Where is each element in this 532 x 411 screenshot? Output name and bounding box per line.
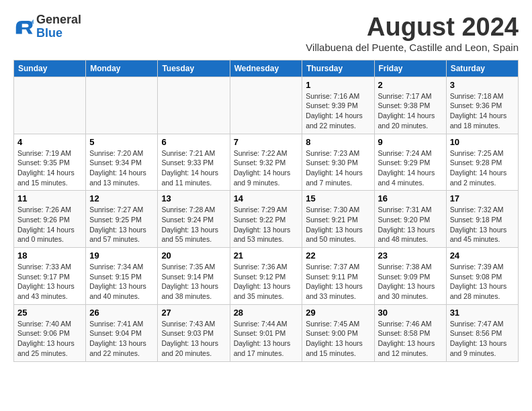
calendar-cell: 26Sunrise: 7:41 AMSunset: 9:04 PMDayligh…	[86, 304, 158, 361]
calendar-cell: 10Sunrise: 7:25 AMSunset: 9:28 PMDayligh…	[446, 134, 518, 191]
day-info: Sunrise: 7:45 AMSunset: 9:00 PMDaylight:…	[306, 319, 370, 359]
calendar-cell: 2Sunrise: 7:17 AMSunset: 9:38 PMDaylight…	[374, 77, 446, 134]
calendar-cell: 15Sunrise: 7:30 AMSunset: 9:21 PMDayligh…	[302, 191, 374, 248]
calendar-cell: 31Sunrise: 7:47 AMSunset: 8:56 PMDayligh…	[446, 304, 518, 361]
day-info: Sunrise: 7:22 AMSunset: 9:32 PMDaylight:…	[234, 148, 299, 188]
calendar-cell: 29Sunrise: 7:45 AMSunset: 9:00 PMDayligh…	[302, 304, 374, 361]
day-info: Sunrise: 7:20 AMSunset: 9:34 PMDaylight:…	[89, 148, 154, 188]
day-number: 7	[234, 137, 299, 147]
day-number: 6	[161, 137, 226, 147]
calendar-week-row: 11Sunrise: 7:26 AMSunset: 9:26 PMDayligh…	[14, 191, 519, 248]
day-info: Sunrise: 7:16 AMSunset: 9:39 PMDaylight:…	[306, 91, 370, 131]
day-number: 10	[450, 137, 515, 147]
day-info: Sunrise: 7:31 AMSunset: 9:20 PMDaylight:…	[378, 205, 443, 244]
calendar-cell: 12Sunrise: 7:27 AMSunset: 9:25 PMDayligh…	[86, 191, 158, 248]
calendar-cell: 14Sunrise: 7:29 AMSunset: 9:22 PMDayligh…	[230, 191, 302, 248]
day-number: 8	[306, 137, 370, 147]
title-block: August 2024 Villabuena del Puente, Casti…	[306, 13, 519, 53]
calendar-cell: 19Sunrise: 7:34 AMSunset: 9:15 PMDayligh…	[86, 248, 158, 305]
day-number: 15	[306, 193, 370, 203]
day-info: Sunrise: 7:40 AMSunset: 9:06 PMDaylight:…	[17, 319, 82, 359]
calendar-cell: 6Sunrise: 7:21 AMSunset: 9:33 PMDaylight…	[158, 134, 230, 191]
day-info: Sunrise: 7:17 AMSunset: 9:38 PMDaylight:…	[378, 91, 443, 131]
day-number: 12	[89, 193, 154, 203]
calendar-week-row: 4Sunrise: 7:19 AMSunset: 9:35 PMDaylight…	[14, 134, 519, 191]
calendar-cell: 18Sunrise: 7:33 AMSunset: 9:17 PMDayligh…	[14, 248, 86, 305]
calendar-cell	[230, 77, 302, 134]
day-info: Sunrise: 7:38 AMSunset: 9:09 PMDaylight:…	[378, 262, 443, 302]
calendar-week-row: 25Sunrise: 7:40 AMSunset: 9:06 PMDayligh…	[14, 304, 519, 361]
day-info: Sunrise: 7:33 AMSunset: 9:17 PMDaylight:…	[17, 262, 82, 302]
calendar-cell: 3Sunrise: 7:18 AMSunset: 9:36 PMDaylight…	[446, 77, 518, 134]
calendar-cell: 11Sunrise: 7:26 AMSunset: 9:26 PMDayligh…	[14, 191, 86, 248]
day-number: 30	[378, 308, 443, 318]
day-info: Sunrise: 7:43 AMSunset: 9:03 PMDaylight:…	[161, 319, 226, 359]
calendar-cell: 23Sunrise: 7:38 AMSunset: 9:09 PMDayligh…	[374, 248, 446, 305]
calendar-cell: 30Sunrise: 7:46 AMSunset: 8:58 PMDayligh…	[374, 304, 446, 361]
day-number: 14	[234, 193, 299, 203]
calendar-cell: 7Sunrise: 7:22 AMSunset: 9:32 PMDaylight…	[230, 134, 302, 191]
day-info: Sunrise: 7:18 AMSunset: 9:36 PMDaylight:…	[450, 91, 515, 131]
month-title: August 2024	[306, 13, 519, 42]
day-number: 29	[306, 308, 370, 318]
day-number: 26	[89, 308, 154, 318]
weekday-header: Friday	[374, 60, 446, 77]
day-number: 24	[450, 250, 515, 261]
day-number: 28	[234, 308, 299, 318]
logo-general-text: General	[36, 13, 81, 27]
day-info: Sunrise: 7:44 AMSunset: 9:01 PMDaylight:…	[234, 319, 299, 359]
day-info: Sunrise: 7:34 AMSunset: 9:15 PMDaylight:…	[89, 262, 154, 302]
day-info: Sunrise: 7:27 AMSunset: 9:25 PMDaylight:…	[89, 205, 154, 244]
calendar-cell: 25Sunrise: 7:40 AMSunset: 9:06 PMDayligh…	[14, 304, 86, 361]
calendar-cell: 20Sunrise: 7:35 AMSunset: 9:14 PMDayligh…	[158, 248, 230, 305]
day-number: 18	[17, 250, 82, 261]
weekday-header-row: SundayMondayTuesdayWednesdayThursdayFrid…	[14, 60, 519, 77]
calendar-cell: 4Sunrise: 7:19 AMSunset: 9:35 PMDaylight…	[14, 134, 86, 191]
calendar-cell: 22Sunrise: 7:37 AMSunset: 9:11 PMDayligh…	[302, 248, 374, 305]
day-info: Sunrise: 7:30 AMSunset: 9:21 PMDaylight:…	[306, 205, 370, 244]
day-info: Sunrise: 7:37 AMSunset: 9:11 PMDaylight:…	[306, 262, 370, 302]
day-number: 19	[89, 250, 154, 261]
day-number: 1	[306, 80, 370, 90]
day-number: 23	[378, 250, 443, 261]
calendar-cell	[158, 77, 230, 134]
day-info: Sunrise: 7:24 AMSunset: 9:29 PMDaylight:…	[378, 148, 443, 188]
calendar-table: SundayMondayTuesdayWednesdayThursdayFrid…	[13, 60, 519, 362]
calendar-cell: 5Sunrise: 7:20 AMSunset: 9:34 PMDaylight…	[86, 134, 158, 191]
day-number: 17	[450, 193, 515, 203]
location-title: Villabuena del Puente, Castille and Leon…	[306, 42, 519, 53]
weekday-header: Sunday	[14, 60, 86, 77]
day-number: 13	[161, 193, 226, 203]
day-number: 9	[378, 137, 443, 147]
day-info: Sunrise: 7:39 AMSunset: 9:08 PMDaylight:…	[450, 262, 515, 302]
calendar-cell: 17Sunrise: 7:32 AMSunset: 9:18 PMDayligh…	[446, 191, 518, 248]
calendar-cell: 9Sunrise: 7:24 AMSunset: 9:29 PMDaylight…	[374, 134, 446, 191]
day-number: 3	[450, 80, 515, 90]
day-number: 4	[17, 137, 82, 147]
day-info: Sunrise: 7:26 AMSunset: 9:26 PMDaylight:…	[17, 205, 82, 244]
day-info: Sunrise: 7:25 AMSunset: 9:28 PMDaylight:…	[450, 148, 515, 188]
day-number: 25	[17, 308, 82, 318]
calendar-week-row: 1Sunrise: 7:16 AMSunset: 9:39 PMDaylight…	[14, 77, 519, 134]
day-info: Sunrise: 7:32 AMSunset: 9:18 PMDaylight:…	[450, 205, 515, 244]
day-info: Sunrise: 7:23 AMSunset: 9:30 PMDaylight:…	[306, 148, 370, 188]
day-number: 2	[378, 80, 443, 90]
day-number: 11	[17, 193, 82, 203]
day-info: Sunrise: 7:19 AMSunset: 9:35 PMDaylight:…	[17, 148, 82, 188]
weekday-header: Tuesday	[158, 60, 230, 77]
calendar-cell: 1Sunrise: 7:16 AMSunset: 9:39 PMDaylight…	[302, 77, 374, 134]
logo: General Blue	[13, 13, 81, 40]
day-info: Sunrise: 7:47 AMSunset: 8:56 PMDaylight:…	[450, 319, 515, 359]
day-number: 21	[234, 250, 299, 261]
logo-icon	[13, 17, 34, 37]
day-number: 5	[89, 137, 154, 147]
day-info: Sunrise: 7:36 AMSunset: 9:12 PMDaylight:…	[234, 262, 299, 302]
logo-blue-text: Blue	[36, 27, 81, 40]
day-number: 22	[306, 250, 370, 261]
day-info: Sunrise: 7:21 AMSunset: 9:33 PMDaylight:…	[161, 148, 226, 188]
day-number: 31	[450, 308, 515, 318]
day-number: 16	[378, 193, 443, 203]
page-header: General Blue August 2024 Villabuena del …	[13, 13, 519, 53]
calendar-cell	[86, 77, 158, 134]
weekday-header: Thursday	[302, 60, 374, 77]
